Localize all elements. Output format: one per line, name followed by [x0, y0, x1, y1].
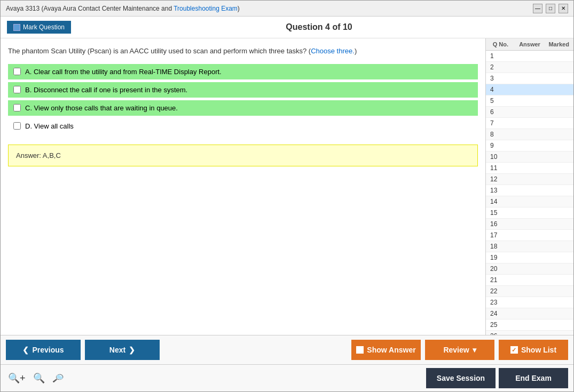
sidebar-row-10[interactable]: 10 — [486, 151, 573, 163]
sidebar-row-15[interactable]: 15 — [486, 207, 573, 219]
row-qnum: 10 — [486, 151, 516, 162]
option-c-label: C. View only those calls that are waitin… — [25, 104, 178, 112]
row-marked — [545, 196, 573, 207]
row-answer — [516, 230, 545, 241]
end-exam-button[interactable]: End Exam — [499, 368, 568, 388]
sidebar-row-7[interactable]: 7 — [486, 118, 573, 129]
option-d[interactable]: D. View all calls — [8, 118, 478, 134]
row-marked — [545, 207, 573, 218]
sidebar-row-24[interactable]: 24 — [486, 308, 573, 319]
row-marked — [545, 252, 573, 263]
review-label: Review — [443, 346, 469, 354]
row-qnum: 15 — [486, 207, 516, 218]
sidebar-row-22[interactable]: 22 — [486, 286, 573, 297]
row-marked — [545, 151, 573, 162]
row-marked — [545, 308, 573, 319]
answer-box: Answer: A,B,C — [8, 145, 478, 166]
close-button[interactable]: ✕ — [559, 4, 568, 13]
zoom-normal-button[interactable]: 🔍 — [31, 371, 47, 385]
zoom-in-button[interactable]: 🔍+ — [6, 371, 28, 385]
col-answer-header: Answer — [515, 38, 545, 50]
question-text: The phantom Scan Utility (Pscan) is an A… — [8, 46, 478, 57]
previous-label: Previous — [32, 346, 64, 354]
option-c[interactable]: C. View only those calls that are waitin… — [8, 100, 478, 116]
checkbox-a[interactable] — [13, 68, 21, 75]
row-answer — [516, 331, 545, 335]
sidebar-row-17[interactable]: 17 — [486, 230, 573, 241]
mark-question-button[interactable]: Mark Question — [7, 21, 71, 34]
row-answer — [516, 129, 545, 140]
sidebar-row-21[interactable]: 21 — [486, 275, 573, 286]
sidebar-row-14[interactable]: 14 — [486, 196, 573, 207]
row-marked — [545, 118, 573, 129]
row-qnum: 6 — [486, 107, 516, 117]
row-answer — [516, 286, 545, 297]
window-controls: — □ ✕ — [533, 4, 568, 13]
bottom-nav-bar: Previous Next Show Answer Review ▾ ✓ Sho… — [1, 335, 573, 364]
next-button[interactable]: Next — [85, 340, 160, 360]
minimize-button[interactable]: — — [533, 4, 542, 13]
app-window: Avaya 3313 (Avaya Aura Contact Center Ma… — [0, 0, 574, 392]
row-qnum: 24 — [486, 308, 516, 319]
sidebar-row-19[interactable]: 19 — [486, 252, 573, 263]
sidebar-row-2[interactable]: 2 — [486, 62, 573, 73]
question-list[interactable]: 1 2 3 4 5 6 7 8 — [486, 51, 573, 335]
show-answer-label: Show Answer — [367, 346, 415, 354]
sidebar-row-20[interactable]: 20 — [486, 263, 573, 275]
prev-arrow-icon — [22, 346, 29, 354]
row-answer — [516, 84, 545, 95]
top-bar: Mark Question Question 4 of 10 — [1, 17, 573, 38]
row-answer — [516, 51, 545, 61]
sidebar-row-18[interactable]: 18 — [486, 241, 573, 252]
option-b-label: B. Disconnect the call if one is present… — [25, 86, 187, 94]
zoom-out-button[interactable]: 🔍 — [50, 373, 66, 384]
row-marked — [545, 140, 573, 151]
row-qnum: 4 — [486, 84, 516, 95]
sidebar-row-11[interactable]: 11 — [486, 163, 573, 174]
option-a[interactable]: A. Clear call from the utility and from … — [8, 64, 478, 79]
row-qnum: 1 — [486, 51, 516, 61]
show-list-button[interactable]: ✓ Show List — [499, 340, 568, 360]
bottom-row2: 🔍+ 🔍 🔍 Save Session End Exam — [1, 364, 573, 391]
sidebar-row-4[interactable]: 4 — [486, 84, 573, 95]
row-answer — [516, 151, 545, 162]
col-marked-header: Marked — [544, 38, 573, 50]
row-marked — [545, 62, 573, 73]
previous-button[interactable]: Previous — [6, 340, 81, 360]
row-marked — [545, 219, 573, 229]
sidebar-row-9[interactable]: 9 — [486, 140, 573, 151]
question-panel: The phantom Scan Utility (Pscan) is an A… — [1, 38, 485, 335]
row-qnum: 18 — [486, 241, 516, 252]
sidebar-row-23[interactable]: 23 — [486, 297, 573, 308]
sidebar-row-5[interactable]: 5 — [486, 95, 573, 107]
sidebar-row-1[interactable]: 1 — [486, 51, 573, 62]
row-marked — [545, 241, 573, 252]
next-arrow-icon — [129, 346, 135, 354]
maximize-button[interactable]: □ — [546, 4, 555, 13]
sidebar-row-13[interactable]: 13 — [486, 185, 573, 196]
row-marked — [545, 319, 573, 330]
save-session-button[interactable]: Save Session — [426, 368, 496, 388]
review-button[interactable]: Review ▾ — [425, 340, 494, 360]
checkbox-d[interactable] — [13, 122, 21, 130]
option-b[interactable]: B. Disconnect the call if one is present… — [8, 82, 478, 98]
row-marked — [545, 185, 573, 196]
show-answer-button[interactable]: Show Answer — [351, 340, 421, 360]
sidebar-row-12[interactable]: 12 — [486, 174, 573, 185]
row-answer — [516, 275, 545, 285]
row-qnum: 26 — [486, 331, 516, 335]
row-answer — [516, 263, 545, 274]
checkbox-b[interactable] — [13, 86, 21, 93]
row-marked — [545, 107, 573, 117]
sidebar-row-3[interactable]: 3 — [486, 73, 573, 84]
row-qnum: 5 — [486, 95, 516, 106]
sidebar-row-6[interactable]: 6 — [486, 107, 573, 118]
checkbox-c[interactable] — [13, 104, 21, 111]
sidebar-row-16[interactable]: 16 — [486, 219, 573, 230]
mark-question-label: Mark Question — [23, 23, 65, 31]
sidebar-row-25[interactable]: 25 — [486, 319, 573, 331]
answer-options: A. Clear call from the utility and from … — [8, 64, 478, 134]
sidebar-row-26[interactable]: 26 — [486, 331, 573, 335]
row-qnum: 25 — [486, 319, 516, 330]
sidebar-row-8[interactable]: 8 — [486, 129, 573, 140]
